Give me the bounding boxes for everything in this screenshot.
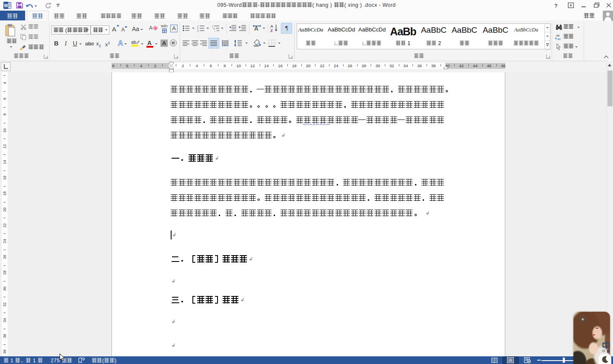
svg-text:wén: wén <box>160 24 168 28</box>
svg-text:W: W <box>4 3 8 8</box>
svg-text:ab: ab <box>131 40 136 45</box>
svg-text:Z: Z <box>270 28 273 32</box>
svg-text:A: A <box>149 25 152 31</box>
svg-text:3: 3 <box>197 30 198 32</box>
svg-text:i: i <box>215 30 215 32</box>
svg-text:ac: ac <box>557 37 561 40</box>
